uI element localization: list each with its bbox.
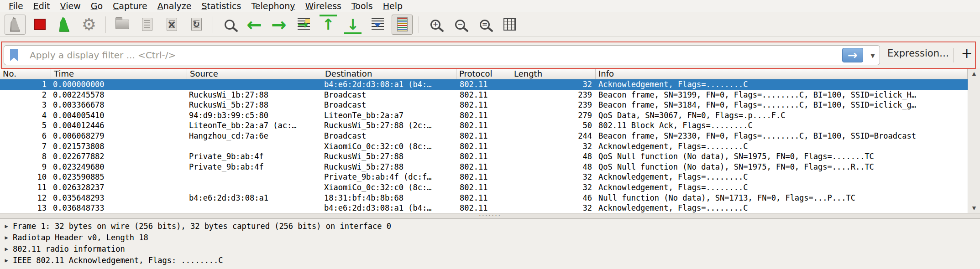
packet-detail-pane: ▶Frame 1: 32 bytes on wire (256 bits), 3…: [0, 219, 980, 269]
packet-row[interactable]: 20.002245578RuckusWi_1b:27:88Broadcast80…: [0, 90, 968, 100]
column-header-source[interactable]: Source: [187, 68, 322, 79]
cell-time: 0.035648293: [51, 193, 187, 203]
cell-len: 239: [511, 90, 596, 100]
packet-row[interactable]: 110.026328237XiaomiCo_0c:32:c0 (8c:…802.…: [0, 182, 968, 193]
column-header-destination[interactable]: Destination: [322, 68, 456, 79]
zoom-in-button[interactable]: +: [425, 15, 446, 35]
detail-row[interactable]: ▶IEEE 802.11 Acknowledgement, Flags: ...…: [0, 254, 980, 266]
detail-row[interactable]: ▶Frame 1: 32 bytes on wire (256 bits), 3…: [0, 220, 980, 232]
cell-dst: RuckusWi_5b:27:88 (2c:…: [322, 120, 456, 131]
restart-capture-button[interactable]: [54, 15, 75, 35]
column-header-info[interactable]: Info: [596, 68, 968, 79]
menu-capture[interactable]: Capture: [108, 0, 152, 12]
first-packet-button[interactable]: ↑: [318, 15, 339, 35]
stop-capture-button[interactable]: [29, 15, 50, 35]
cell-time: 0.004012446: [51, 120, 187, 131]
cell-src: Private_9b:ab:4f: [187, 162, 322, 172]
filter-history-dropdown[interactable]: ▾: [866, 51, 880, 60]
zoom-reset-button[interactable]: =: [474, 15, 495, 35]
auto-scroll-toggle[interactable]: [367, 15, 388, 35]
scrollbar-up-button[interactable]: ▲: [968, 68, 980, 78]
menu-edit[interactable]: Edit: [28, 0, 55, 12]
start-capture-button[interactable]: [5, 15, 26, 35]
cell-info: Beacon frame, SN=3184, FN=0, Flags=.....…: [596, 100, 968, 110]
cell-proto: 802.11: [456, 100, 511, 110]
menu-statistics[interactable]: Statistics: [197, 0, 246, 12]
cell-no: 4: [0, 110, 51, 121]
cell-len: 32: [511, 172, 596, 182]
packet-row[interactable]: 70.021573808XiaomiCo_0c:32:c0 (8c:…802.1…: [0, 141, 968, 152]
packet-row[interactable]: 30.003366678RuckusWi_5b:27:88Broadcast80…: [0, 100, 968, 110]
cell-proto: 802.11: [456, 193, 511, 203]
collapsed-caret-icon[interactable]: ▶: [0, 223, 13, 229]
display-filter-input[interactable]: [24, 46, 842, 65]
cell-dst: Broadcast: [322, 90, 456, 100]
cell-no: 2: [0, 90, 51, 100]
cell-proto: 802.11: [456, 90, 511, 100]
cell-dst: RuckusWi_5b:27:88: [322, 151, 456, 162]
cell-len: 279: [511, 110, 596, 121]
cell-dst: Private_9b:ab:4f (dc:f…: [322, 172, 456, 182]
main-toolbar: ⚙×↻←→→↑↓+−=: [0, 12, 980, 37]
arrow-bottom-icon: ↓: [346, 17, 360, 32]
next-packet-button[interactable]: →: [268, 15, 289, 35]
expression-button[interactable]: Expression…: [887, 48, 949, 59]
column-header-no[interactable]: No.: [0, 68, 51, 79]
cell-src: [187, 203, 322, 213]
detail-row[interactable]: ▶Radiotap Header v0, Length 18: [0, 232, 980, 243]
packet-row[interactable]: 50.004012446LiteonTe_bb:2a:a7 (ac:…Rucku…: [0, 120, 968, 131]
packet-row[interactable]: 80.022677882Private_9b:ab:4fRuckusWi_5b:…: [0, 151, 968, 162]
detail-row[interactable]: ▶802.11 radio information: [0, 243, 980, 254]
capture-options-button[interactable]: ⚙: [79, 15, 100, 35]
cell-info: Acknowledgement, Flags=........C: [596, 141, 968, 152]
menu-file[interactable]: File: [4, 0, 28, 12]
detail-text: IEEE 802.11 Acknowledgement, Flags: ....…: [13, 256, 223, 265]
collapsed-caret-icon[interactable]: ▶: [0, 234, 13, 241]
menu-analyze[interactable]: Analyze: [152, 0, 197, 12]
menu-telephony[interactable]: Telephony: [246, 0, 300, 12]
close-capture-button[interactable]: ×: [161, 15, 182, 35]
open-capture-button[interactable]: [112, 15, 133, 35]
menu-go[interactable]: Go: [86, 0, 108, 12]
packet-row[interactable]: 90.023249680Private_9b:ab:4fRuckusWi_5b:…: [0, 162, 968, 172]
save-capture-button[interactable]: [136, 15, 157, 35]
previous-packet-button[interactable]: ←: [244, 15, 265, 35]
packet-row[interactable]: 120.035648293b4:e6:2d:d3:08:a118:31:bf:4…: [0, 193, 968, 203]
scrollbar-down-button[interactable]: ▼: [968, 203, 980, 213]
go-to-packet-button[interactable]: →: [293, 15, 314, 35]
apply-filter-button[interactable]: →: [842, 48, 863, 62]
packet-row[interactable]: 60.006068279Hangzhou_cd:7a:6eBroadcast80…: [0, 131, 968, 141]
reload-capture-button[interactable]: ↻: [186, 15, 207, 35]
arrow-right-icon: →: [271, 16, 287, 34]
zoom-out-icon: −: [455, 20, 465, 30]
cell-info: Null function (No data), SN=1713, FN=0, …: [596, 193, 968, 203]
pane-splitter[interactable]: ·······: [0, 213, 980, 219]
cell-info: QoS Data, SN=3067, FN=0, Flags=.p....F.C: [596, 110, 968, 121]
menu-tools[interactable]: Tools: [346, 0, 378, 12]
display-filter-field: → ▾: [4, 45, 880, 65]
cell-info: Acknowledgement, Flags=........C: [596, 182, 968, 193]
cell-time: 0.006068279: [51, 131, 187, 141]
colorize-toggle[interactable]: [392, 15, 413, 35]
column-header-protocol[interactable]: Protocol: [456, 68, 511, 79]
menu-wireless[interactable]: Wireless: [300, 0, 346, 12]
cell-info: Beacon frame, SN=3199, FN=0, Flags=.....…: [596, 90, 968, 100]
collapsed-caret-icon[interactable]: ▶: [0, 257, 13, 264]
packet-row[interactable]: 40.00400541094:d9:b3:99:c5:80LiteonTe_bb…: [0, 110, 968, 121]
add-filter-button[interactable]: +: [958, 45, 976, 61]
collapsed-caret-icon[interactable]: ▶: [0, 246, 13, 252]
filter-bookmark-button[interactable]: [4, 46, 24, 65]
cell-no: 8: [0, 151, 51, 162]
packet-row[interactable]: 10.000000000b4:e6:2d:d3:08:a1 (b4:…802.1…: [0, 79, 968, 90]
column-header-time[interactable]: Time: [51, 68, 187, 79]
column-header-length[interactable]: Length: [511, 68, 596, 79]
find-packet-button[interactable]: [219, 15, 240, 35]
cell-dst: b4:e6:2d:d3:08:a1 (b4:…: [322, 79, 456, 90]
packet-list-scrollbar[interactable]: ▲ ▼: [968, 68, 980, 213]
last-packet-button[interactable]: ↓: [342, 15, 363, 35]
zoom-out-button[interactable]: −: [450, 15, 471, 35]
resize-columns-button[interactable]: [499, 15, 520, 35]
menu-help[interactable]: Help: [378, 0, 408, 12]
menu-view[interactable]: View: [55, 0, 86, 12]
packet-row[interactable]: 100.023590885Private_9b:ab:4f (dc:f…802.…: [0, 172, 968, 182]
